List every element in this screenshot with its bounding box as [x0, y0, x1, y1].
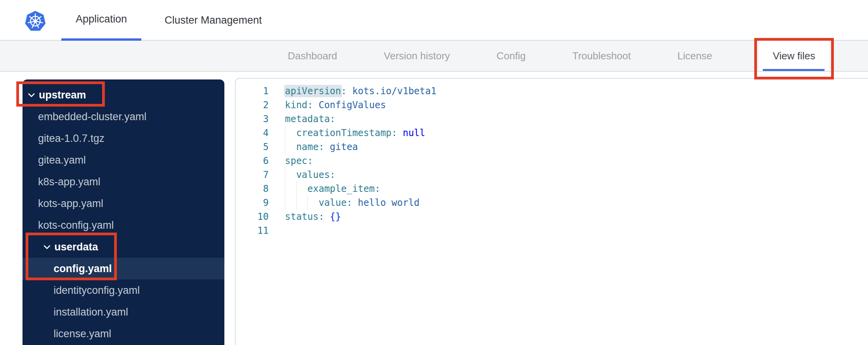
tree-file-label: config.yaml — [54, 263, 112, 275]
code-line: 8 example_item: — [236, 182, 868, 196]
line-number: 1 — [236, 84, 269, 98]
subnav-item-dashboard[interactable]: Dashboard — [288, 41, 337, 71]
code-line-text: example_item: — [285, 182, 380, 196]
active-tab-underline-indicator — [763, 69, 825, 71]
tree-file-gitea-1.0.7.tgz[interactable]: gitea-1.0.7.tgz — [23, 128, 224, 149]
code-token: apiVersion — [285, 86, 341, 97]
chevron-down-icon[interactable] — [28, 93, 35, 97]
tree-file-license.yaml[interactable]: license.yaml — [23, 323, 224, 345]
subnav-item-troubleshoot[interactable]: Troubleshoot — [572, 41, 631, 71]
indent-guide — [285, 182, 285, 196]
tree-file-embedded-cluster.yaml[interactable]: embedded-cluster.yaml — [23, 106, 224, 128]
subnav-item-label: License — [677, 50, 712, 62]
code-token — [285, 197, 319, 208]
tree-folder-label: userdata — [54, 241, 98, 253]
code-token: : — [341, 86, 352, 97]
code-token: creationTimestamp: — [296, 128, 403, 138]
chevron-down-icon[interactable] — [43, 245, 50, 249]
subnav-item-license[interactable]: License — [677, 41, 712, 71]
line-number: 8 — [236, 182, 269, 196]
file-contents-editor[interactable]: 1apiVersion: kots.io/v1beta12kind: Confi… — [235, 78, 868, 345]
code-line-text: apiVersion: kots.io/v1beta1 — [285, 84, 436, 98]
code-line-text: value: hello world — [285, 196, 420, 210]
tree-file-config.yaml[interactable]: config.yaml — [23, 258, 224, 279]
code-line: 3metadata: — [236, 112, 868, 126]
code-line: 10status: {} — [236, 210, 868, 224]
top-tab-label: Application — [76, 13, 127, 25]
code-line-text: status: {} — [285, 210, 341, 224]
tree-folder-label: upstream — [39, 89, 86, 101]
code-token: null — [403, 128, 425, 138]
line-number: 5 — [236, 140, 269, 154]
code-token: status: — [285, 211, 330, 222]
line-number: 9 — [236, 196, 269, 210]
indent-guide — [296, 182, 297, 196]
tree-file-label: gitea-1.0.7.tgz — [38, 133, 104, 145]
upstream-folder-row-wrap: upstream — [23, 84, 224, 106]
userdata-config-rows-wrap: userdataconfig.yaml — [23, 236, 224, 279]
top-bar: ApplicationCluster Management — [0, 0, 868, 41]
tree-file-kots-app.yaml[interactable]: kots-app.yaml — [23, 193, 224, 214]
code-line: 4 creationTimestamp: null — [236, 126, 868, 140]
kots-admin-console: ApplicationCluster Management DashboardV… — [0, 0, 868, 345]
subnav-item-label: Dashboard — [288, 50, 337, 62]
code-line: 2kind: ConfigValues — [236, 98, 868, 112]
tree-file-label: license.yaml — [54, 328, 111, 340]
kubernetes-logo-icon[interactable] — [25, 10, 46, 33]
top-tab-label: Cluster Management — [165, 14, 262, 26]
tree-file-identityconfig.yaml[interactable]: identityconfig.yaml — [23, 279, 224, 301]
app-subnav: DashboardVersion historyConfigTroublesho… — [0, 41, 868, 72]
tree-file-label: kots-app.yaml — [38, 198, 103, 210]
tree-file-label: kots-config.yaml — [38, 219, 114, 231]
top-tabs: ApplicationCluster Management — [61, 0, 273, 41]
code-line-text: kind: ConfigValues — [285, 98, 386, 112]
indent-guide — [285, 196, 285, 210]
code-token: ConfigValues — [319, 100, 386, 110]
tree-file-label: installation.yaml — [54, 306, 128, 318]
code-token: metadata: — [285, 114, 335, 124]
tree-folder-userdata[interactable]: userdata — [23, 236, 224, 258]
code-line: 9 value: hello world — [236, 196, 868, 210]
file-tree-sidebar: upstreamembedded-cluster.yamlgitea-1.0.7… — [23, 79, 224, 345]
code-token — [285, 128, 296, 138]
indent-guide — [285, 126, 285, 140]
top-tab-application[interactable]: Application — [61, 0, 141, 41]
code-token: spec: — [285, 155, 313, 166]
code-line: 5 name: gitea — [236, 140, 868, 154]
code-token: value: — [319, 197, 358, 208]
indent-guide — [296, 196, 297, 210]
indent-guide — [285, 168, 285, 182]
code-line-text: metadata: — [285, 112, 335, 126]
subnav-item-version-history[interactable]: Version history — [384, 41, 450, 71]
code-token: hello world — [358, 197, 420, 208]
line-number: 4 — [236, 126, 269, 140]
subnav-item-view-files[interactable]: View files — [759, 41, 829, 71]
tree-folder-upstream[interactable]: upstream — [23, 84, 224, 106]
indent-guide — [285, 140, 285, 154]
code-line: 7 values: — [236, 168, 868, 182]
line-number: 7 — [236, 168, 269, 182]
tree-file-kots-config.yaml[interactable]: kots-config.yaml — [23, 214, 224, 236]
code-line-text: name: gitea — [285, 140, 358, 154]
subnav-item-label: Config — [496, 50, 526, 62]
code-line-text: creationTimestamp: null — [285, 126, 425, 140]
tree-file-label: identityconfig.yaml — [54, 285, 140, 297]
tree-file-installation.yaml[interactable]: installation.yaml — [23, 301, 224, 323]
line-number: 10 — [236, 210, 269, 224]
subnav-item-label: View files — [773, 50, 815, 62]
line-number: 11 — [236, 224, 269, 238]
code-line-text: spec: — [285, 154, 313, 168]
code-line: 11 — [236, 224, 868, 238]
code-token: {} — [330, 211, 341, 222]
code-token — [285, 141, 296, 152]
tree-file-gitea.yaml[interactable]: gitea.yaml — [23, 149, 224, 171]
indent-guide — [307, 196, 308, 210]
line-number: 6 — [236, 154, 269, 168]
code-token: gitea — [330, 141, 358, 152]
tree-file-label: gitea.yaml — [38, 154, 86, 166]
subnav-item-config[interactable]: Config — [496, 41, 526, 71]
code-line: 1apiVersion: kots.io/v1beta1 — [236, 84, 868, 98]
tree-file-k8s-app.yaml[interactable]: k8s-app.yaml — [23, 171, 224, 193]
top-tab-cluster-management[interactable]: Cluster Management — [154, 0, 273, 41]
code-token: kind: — [285, 100, 319, 110]
